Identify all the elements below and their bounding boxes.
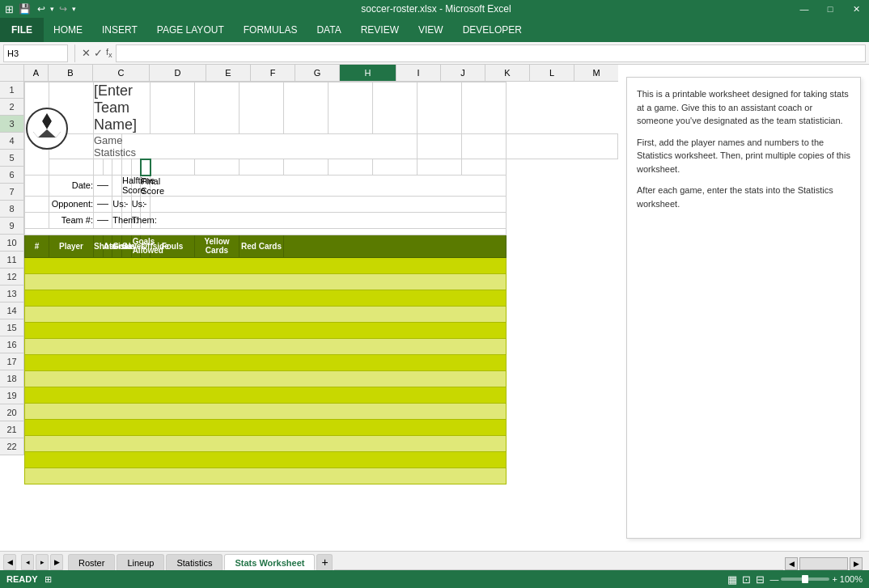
col-header-H[interactable]: H xyxy=(340,65,396,81)
cell-B4[interactable]: Date: xyxy=(49,176,94,197)
col-header-A[interactable]: A xyxy=(24,65,49,81)
col-header-B[interactable]: B xyxy=(49,65,93,81)
cell-I3[interactable] xyxy=(150,159,195,176)
cell-G5[interactable]: Us: xyxy=(131,196,141,212)
tab-pagelayout[interactable]: PAGE LAYOUT xyxy=(147,18,234,42)
cell-C5[interactable] xyxy=(94,196,112,212)
cell-B6[interactable]: Team #: xyxy=(49,212,94,228)
cell-B5[interactable]: Opponent: xyxy=(49,196,94,212)
col-header-J[interactable]: J xyxy=(441,65,485,81)
cell-L3[interactable] xyxy=(284,159,329,176)
normal-view-icon[interactable]: ▦ xyxy=(727,573,737,586)
minimize-button[interactable]: — xyxy=(791,0,817,18)
col-header-L[interactable]: L xyxy=(530,65,574,81)
row-header-16[interactable]: 16 xyxy=(0,336,24,353)
page-break-icon[interactable]: ⊟ xyxy=(756,573,765,586)
cell-P1[interactable] xyxy=(462,82,507,134)
col-header-K[interactable]: K xyxy=(485,65,530,81)
row-header-18[interactable]: 18 xyxy=(0,370,24,387)
tab-home[interactable]: HOME xyxy=(44,18,92,42)
cell-J1[interactable] xyxy=(195,82,240,134)
tab-data[interactable]: DATA xyxy=(307,18,350,42)
row-header-1[interactable]: 1 xyxy=(0,82,24,99)
row-header-6[interactable]: 6 xyxy=(0,167,24,184)
undo-dropdown[interactable]: ▾ xyxy=(50,5,54,13)
col-header-F[interactable]: F xyxy=(251,65,295,81)
cell-E5[interactable]: Us: xyxy=(112,196,122,212)
col-header-I[interactable]: I xyxy=(396,65,441,81)
row-header-17[interactable]: 17 xyxy=(0,353,24,370)
row-header-4[interactable]: 4 xyxy=(0,133,24,150)
scroll-tab-right[interactable]: ▶ xyxy=(50,554,63,570)
scroll-tab-right2[interactable]: ▸ xyxy=(36,554,49,570)
cell-K3[interactable] xyxy=(240,159,284,176)
cell-A1[interactable] xyxy=(25,82,49,176)
scrollbar-area[interactable]: ◀ ▶ xyxy=(785,557,863,570)
cell-C3[interactable] xyxy=(94,159,104,176)
cell-C6[interactable] xyxy=(94,212,112,228)
cell-C4[interactable] xyxy=(94,176,112,197)
formula-input[interactable] xyxy=(116,44,866,62)
tab-stats-worksheet[interactable]: Stats Worksheet xyxy=(224,554,315,570)
row-header-13[interactable]: 13 xyxy=(0,286,24,302)
row-header-2[interactable]: 2 xyxy=(0,99,24,116)
cell-G3[interactable] xyxy=(131,159,141,176)
col-header-G[interactable]: G xyxy=(295,65,340,81)
cell-A4[interactable] xyxy=(25,176,49,197)
col-header-M[interactable]: M xyxy=(574,65,618,81)
undo-icon[interactable]: ↩ xyxy=(36,3,47,15)
cell-C2[interactable]: Game Statistics xyxy=(94,134,122,159)
col-header-D[interactable]: D xyxy=(150,65,206,81)
cell-O1[interactable] xyxy=(418,82,462,134)
tab-roster[interactable]: Roster xyxy=(68,554,115,570)
add-sheet-button[interactable]: + xyxy=(316,554,333,570)
cell-M3[interactable] xyxy=(329,159,373,176)
scroll-tab-left2[interactable]: ◂ xyxy=(21,554,34,570)
row-header-22[interactable]: 22 xyxy=(0,438,24,455)
zoom-slider[interactable]: — + 100% xyxy=(769,574,863,584)
row-header-10[interactable]: 10 xyxy=(0,235,24,252)
cell-B3[interactable] xyxy=(49,159,94,176)
cell-E4[interactable] xyxy=(112,176,122,197)
row-header-9[interactable]: 9 xyxy=(0,218,24,235)
cell-A6[interactable] xyxy=(25,212,49,228)
row-header-14[interactable]: 14 xyxy=(0,302,24,319)
cell-K1[interactable] xyxy=(240,82,284,134)
cell-F4[interactable]: Halftime Score xyxy=(121,176,131,197)
file-tab[interactable]: FILE xyxy=(0,18,44,42)
cell-H3[interactable] xyxy=(141,159,150,176)
col-header-C[interactable]: C xyxy=(93,65,150,81)
cancel-formula-icon[interactable]: ✕ xyxy=(82,47,91,59)
cell-O3[interactable] xyxy=(418,159,462,176)
tab-formulas[interactable]: FORMULAS xyxy=(234,18,307,42)
cell-I1[interactable] xyxy=(150,82,195,134)
tab-view[interactable]: VIEW xyxy=(409,18,453,42)
tab-developer[interactable]: DEVELOPER xyxy=(453,18,532,42)
col-header-E[interactable]: E xyxy=(206,65,251,81)
row-header-5[interactable]: 5 xyxy=(0,150,24,167)
row-header-12[interactable]: 12 xyxy=(0,269,24,286)
tab-insert[interactable]: INSERT xyxy=(92,18,147,42)
page-layout-icon[interactable]: ⊡ xyxy=(742,573,751,586)
insert-function-icon[interactable]: fx xyxy=(106,47,112,59)
cell-J3[interactable] xyxy=(195,159,240,176)
cell-N1[interactable] xyxy=(373,82,418,134)
cell-L1[interactable] xyxy=(284,82,329,134)
hscroll-right[interactable]: ▶ xyxy=(850,557,863,570)
row-header-20[interactable]: 20 xyxy=(0,404,24,421)
cell-P3[interactable] xyxy=(462,159,507,176)
row-header-21[interactable]: 21 xyxy=(0,421,24,438)
row-header-15[interactable]: 15 xyxy=(0,319,24,336)
name-box[interactable] xyxy=(3,44,68,62)
cell-F3[interactable] xyxy=(121,159,131,176)
row-header-11[interactable]: 11 xyxy=(0,252,24,269)
row-header-8[interactable]: 8 xyxy=(0,201,24,218)
row-header-3[interactable]: 3 xyxy=(0,116,24,133)
cell-E6[interactable]: Them: xyxy=(112,212,122,228)
save-icon[interactable]: 💾 xyxy=(17,3,32,15)
tab-lineup[interactable]: Lineup xyxy=(117,554,164,570)
customize-icon[interactable]: ▾ xyxy=(72,5,76,13)
row-header-19[interactable]: 19 xyxy=(0,387,24,404)
scroll-tab-left[interactable]: ◀ xyxy=(3,554,16,570)
hscroll-left[interactable]: ◀ xyxy=(785,557,798,570)
